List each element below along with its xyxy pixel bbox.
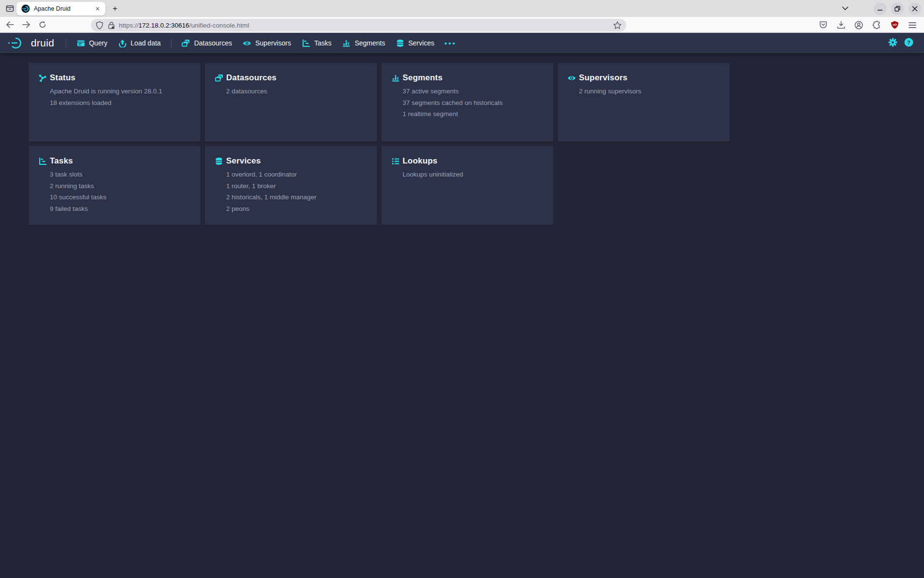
home-view: Status Apache Druid is running version 2…: [0, 53, 924, 225]
navbar-divider: [171, 38, 172, 48]
status-line: 2 historicals, 1 middle manager: [226, 194, 367, 201]
card-title: Lookups: [403, 156, 437, 166]
eye-icon: [567, 74, 576, 82]
forward-icon[interactable]: [19, 18, 33, 31]
svg-text:uO: uO: [893, 23, 897, 26]
druid-logo[interactable]: druid: [7, 36, 54, 50]
nav-label-load-data: Load data: [130, 39, 160, 47]
gantt-chart-icon: [302, 39, 310, 47]
tab-close-icon[interactable]: ×: [94, 4, 101, 13]
grouped-bar-chart-icon: [391, 74, 400, 82]
status-line: 10 successful tasks: [50, 194, 191, 201]
url-text[interactable]: https://172.18.0.2:30616/unified-console…: [119, 22, 613, 29]
browser-titlebar: Apache Druid × +: [0, 0, 924, 17]
extensions-puzzle-icon[interactable]: [871, 19, 882, 31]
upload-icon: [118, 39, 127, 47]
card-datasources[interactable]: Datasources 2 datasources: [205, 63, 377, 142]
nav-label-datasources: Datasources: [194, 39, 232, 47]
firefox-view-icon[interactable]: [2, 2, 17, 15]
window-close-button[interactable]: [909, 2, 921, 15]
tracking-protection-shield-icon[interactable]: [96, 21, 103, 30]
status-line: 3 task slots: [50, 171, 191, 178]
nav-label-segments: Segments: [355, 39, 385, 47]
url-host: 172.18.0.2:30616: [139, 22, 189, 29]
nav-item-datasources[interactable]: Datasources: [176, 36, 238, 50]
lock-warning-icon[interactable]: [108, 21, 115, 29]
nav-more-button[interactable]: •••: [440, 39, 462, 47]
status-line: Apache Druid is running version 28.0.1: [50, 88, 191, 95]
nav-label-query: Query: [89, 39, 107, 47]
list-tabs-chevron-icon[interactable]: [839, 2, 852, 15]
new-tab-button[interactable]: +: [110, 3, 120, 14]
card-tasks[interactable]: Tasks 3 task slots 2 running tasks 10 su…: [29, 146, 201, 225]
status-line: 37 active segments: [403, 88, 544, 95]
properties-icon: [391, 157, 400, 165]
status-cards-grid: Status Apache Druid is running version 2…: [29, 63, 924, 225]
card-status[interactable]: Status Apache Druid is running version 2…: [29, 63, 201, 142]
application-icon: [76, 39, 85, 47]
multi-select-icon: [182, 39, 190, 47]
back-icon[interactable]: [3, 18, 16, 31]
database-icon: [396, 39, 404, 47]
browser-tab[interactable]: Apache Druid ×: [16, 2, 105, 15]
card-title: Datasources: [226, 73, 276, 83]
database-icon: [215, 157, 223, 165]
druid-navbar: druid Query Load data Datasources Superv…: [0, 33, 924, 53]
druid-favicon: [21, 4, 30, 13]
status-line: 2 running supervisors: [579, 88, 720, 95]
card-segments[interactable]: Segments 37 active segments 37 segments …: [381, 63, 553, 142]
card-lookups[interactable]: Lookups Lookups uninitialized: [381, 146, 553, 225]
url-scheme: https://: [119, 22, 139, 29]
card-title: Tasks: [50, 156, 73, 166]
status-line: 18 extensions loaded: [50, 100, 191, 106]
menu-hamburger-icon[interactable]: [907, 19, 918, 31]
settings-gear-icon[interactable]: [888, 38, 897, 49]
nav-label-services: Services: [408, 39, 434, 47]
graph-icon: [38, 74, 47, 82]
status-line: 1 router, 1 broker: [226, 183, 367, 190]
navbar-divider: [66, 38, 66, 48]
brand-name: druid: [31, 37, 54, 49]
card-title: Supervisors: [579, 73, 627, 83]
card-title: Services: [226, 156, 261, 166]
status-line: Lookups uninitialized: [403, 171, 544, 178]
card-title: Status: [50, 73, 75, 83]
status-line: 2 datasources: [226, 88, 367, 95]
ublock-origin-icon[interactable]: uO: [889, 19, 900, 31]
card-title: Segments: [403, 73, 443, 83]
status-line: 9 failed tasks: [50, 206, 191, 212]
nav-label-supervisors: Supervisors: [255, 39, 291, 47]
status-line: 1 realtime segment: [403, 111, 544, 118]
bookmark-star-icon[interactable]: [613, 21, 621, 29]
pocket-icon[interactable]: [817, 19, 829, 31]
nav-item-query[interactable]: Query: [71, 36, 113, 50]
nav-item-supervisors[interactable]: Supervisors: [237, 36, 296, 50]
card-services[interactable]: Services 1 overlord, 1 coordinator 1 rou…: [205, 146, 377, 225]
gantt-chart-icon: [38, 157, 47, 165]
card-supervisors[interactable]: Supervisors 2 running supervisors: [558, 63, 730, 142]
window-restore-button[interactable]: [891, 2, 904, 15]
reload-icon[interactable]: [36, 18, 49, 31]
tab-title: Apache Druid: [34, 5, 94, 12]
status-line: 2 running tasks: [50, 183, 191, 190]
grouped-bar-chart-icon: [342, 39, 351, 47]
svg-text:?: ?: [907, 39, 910, 45]
window-minimize-button[interactable]: [874, 2, 886, 15]
status-line: 1 overlord, 1 coordinator: [226, 171, 367, 178]
multi-select-icon: [215, 74, 223, 82]
help-icon[interactable]: ?: [904, 38, 913, 49]
nav-item-services[interactable]: Services: [390, 36, 440, 50]
eye-icon: [243, 39, 251, 47]
url-bar[interactable]: https://172.18.0.2:30616/unified-console…: [91, 19, 626, 31]
url-path: /unified-console.html: [189, 22, 249, 29]
nav-item-tasks[interactable]: Tasks: [296, 36, 337, 50]
druid-logo-icon: [7, 36, 27, 50]
nav-item-load-data[interactable]: Load data: [113, 36, 166, 50]
nav-item-segments[interactable]: Segments: [337, 36, 390, 50]
status-line: 2 peons: [226, 206, 367, 212]
downloads-icon[interactable]: [835, 19, 847, 31]
account-icon[interactable]: [853, 19, 865, 31]
nav-label-tasks: Tasks: [314, 39, 332, 47]
status-line: 37 segments cached on historicals: [403, 100, 544, 106]
